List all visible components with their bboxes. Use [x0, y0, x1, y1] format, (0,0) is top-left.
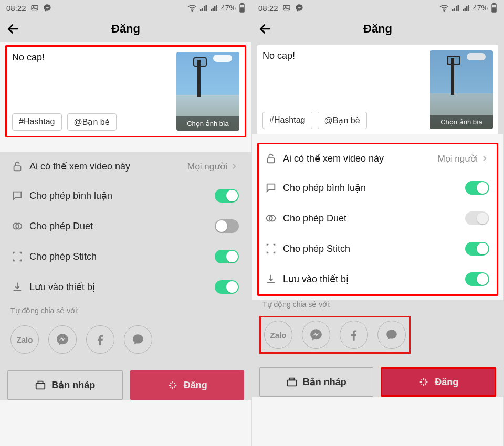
- stitch-toggle[interactable]: [465, 242, 489, 256]
- caption-input[interactable]: No cap!: [262, 50, 425, 61]
- svg-rect-10: [216, 5, 217, 11]
- hashtag-chip[interactable]: #Hashtag: [12, 113, 62, 131]
- messenger-icon: [56, 333, 69, 346]
- header: Đăng: [252, 16, 503, 42]
- mention-chip[interactable]: @Bạn bè: [67, 113, 117, 131]
- svg-rect-9: [214, 6, 216, 11]
- svg-rect-13: [240, 8, 244, 12]
- duet-label: Cho phép Duet: [283, 213, 465, 224]
- stitch-toggle[interactable]: [215, 250, 239, 263]
- share-chat-button[interactable]: [377, 321, 406, 349]
- choose-cover-button[interactable]: Chọn ảnh bìa: [176, 116, 239, 131]
- status-bar: 08:22 47%: [0, 0, 251, 16]
- share-facebook-button[interactable]: [86, 325, 114, 354]
- stitch-icon: [9, 251, 25, 262]
- status-bar: 08:22 47%: [252, 0, 503, 16]
- phone-left: 08:22 47% Đăng No cap! #Hashtag: [0, 0, 252, 446]
- battery-text: 47%: [221, 4, 236, 12]
- hashtag-chip[interactable]: #Hashtag: [262, 112, 312, 129]
- video-thumbnail[interactable]: Chọn ảnh bìa: [430, 50, 493, 129]
- share-row: Zalo: [7, 322, 155, 357]
- svg-point-22: [444, 10, 445, 11]
- svg-rect-6: [205, 5, 207, 11]
- save-row: Lưu vào thiết bị: [5, 272, 246, 302]
- comments-toggle[interactable]: [465, 181, 489, 195]
- duet-toggle[interactable]: [215, 219, 239, 233]
- stitch-label: Cho phép Stitch: [29, 251, 215, 262]
- bottom-row: Bản nháp Đăng: [259, 367, 496, 397]
- duet-row: Cho phép Duet: [5, 211, 246, 241]
- duet-row: Cho phép Duet: [259, 203, 497, 233]
- privacy-value: Mọi người: [187, 161, 227, 172]
- svg-rect-7: [211, 9, 212, 11]
- save-toggle[interactable]: [215, 280, 239, 294]
- svg-rect-4: [202, 8, 203, 11]
- lower-section: Ai có thể xem video này Mọi người Cho ph…: [0, 152, 251, 400]
- battery-text: 47%: [473, 4, 488, 12]
- svg-rect-30: [468, 5, 469, 11]
- draft-button[interactable]: Bản nháp: [7, 370, 123, 400]
- save-toggle[interactable]: [465, 272, 489, 286]
- duet-icon: [9, 220, 25, 232]
- svg-rect-33: [492, 8, 496, 12]
- share-chat-button[interactable]: [124, 325, 152, 354]
- svg-point-2: [192, 10, 193, 11]
- wifi-icon: [439, 4, 449, 12]
- duet-icon: [263, 213, 279, 224]
- privacy-row[interactable]: Ai có thể xem video này Mọi người: [259, 144, 497, 173]
- svg-rect-39: [289, 378, 294, 380]
- back-button[interactable]: [6, 16, 27, 42]
- svg-rect-25: [456, 6, 457, 11]
- arrow-left-icon: [6, 22, 20, 36]
- signal-icon-2: [463, 5, 470, 11]
- stitch-label: Cho phép Stitch: [283, 243, 465, 254]
- messenger-status-icon: [43, 4, 51, 12]
- facebook-icon: [93, 333, 107, 346]
- comments-label: Cho phép bình luận: [283, 182, 465, 194]
- download-icon: [263, 273, 279, 285]
- messenger-icon: [309, 328, 323, 342]
- page-title: Đăng: [111, 22, 140, 36]
- bottom-row: Bản nháp Đăng: [7, 370, 244, 400]
- post-button[interactable]: Đăng: [130, 370, 245, 400]
- battery-icon: [239, 3, 245, 13]
- draft-button[interactable]: Bản nháp: [259, 367, 373, 397]
- lock-open-icon: [9, 161, 25, 172]
- svg-rect-26: [457, 5, 459, 11]
- share-messenger-button[interactable]: [302, 321, 330, 349]
- privacy-label: Ai có thể xem video này: [29, 161, 187, 172]
- video-thumbnail[interactable]: Chọn ảnh bìa: [176, 52, 239, 131]
- share-messenger-button[interactable]: [48, 325, 77, 354]
- post-button[interactable]: Đăng: [381, 367, 497, 397]
- svg-rect-19: [38, 381, 43, 384]
- comment-icon: [263, 182, 279, 194]
- svg-rect-32: [493, 4, 495, 5]
- svg-rect-28: [464, 8, 466, 11]
- svg-rect-15: [14, 166, 21, 171]
- comments-row: Cho phép bình luận: [5, 180, 246, 211]
- svg-rect-23: [452, 9, 454, 11]
- mention-chip[interactable]: @Bạn bè: [318, 112, 367, 129]
- svg-rect-38: [288, 380, 297, 386]
- signal-icon-1: [200, 5, 207, 11]
- share-facebook-button[interactable]: [340, 321, 368, 349]
- svg-rect-12: [241, 4, 243, 5]
- back-button[interactable]: [258, 16, 279, 42]
- choose-cover-button[interactable]: Chọn ảnh bìa: [430, 115, 493, 129]
- header: Đăng: [0, 16, 251, 42]
- share-zalo-button[interactable]: Zalo: [10, 325, 39, 354]
- duet-toggle[interactable]: [465, 211, 489, 225]
- svg-rect-8: [212, 8, 214, 11]
- facebook-icon: [347, 328, 361, 342]
- comments-toggle[interactable]: [215, 189, 239, 203]
- share-zalo-button[interactable]: Zalo: [264, 321, 292, 349]
- draft-icon: [286, 376, 298, 388]
- privacy-row[interactable]: Ai có thể xem video này Mọi người: [5, 152, 246, 180]
- caption-area: No cap! #Hashtag @Bạn bè Chọn ảnh bìa: [5, 45, 246, 137]
- post-label: Đăng: [435, 377, 458, 388]
- svg-rect-27: [463, 9, 464, 11]
- caption-input[interactable]: No cap!: [12, 52, 171, 63]
- page-title: Đăng: [363, 22, 392, 36]
- chevron-right-icon: [229, 162, 239, 171]
- share-row: Zalo: [259, 316, 411, 354]
